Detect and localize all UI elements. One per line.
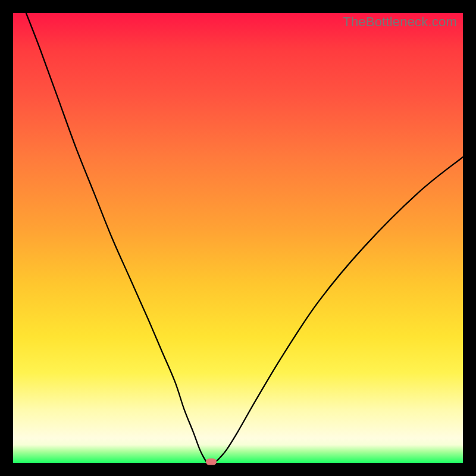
chart-frame: TheBottleneck.com bbox=[0, 0, 476, 476]
plot-area: TheBottleneck.com bbox=[13, 13, 463, 463]
bottleneck-curve bbox=[13, 13, 463, 463]
optimal-marker bbox=[206, 458, 217, 465]
